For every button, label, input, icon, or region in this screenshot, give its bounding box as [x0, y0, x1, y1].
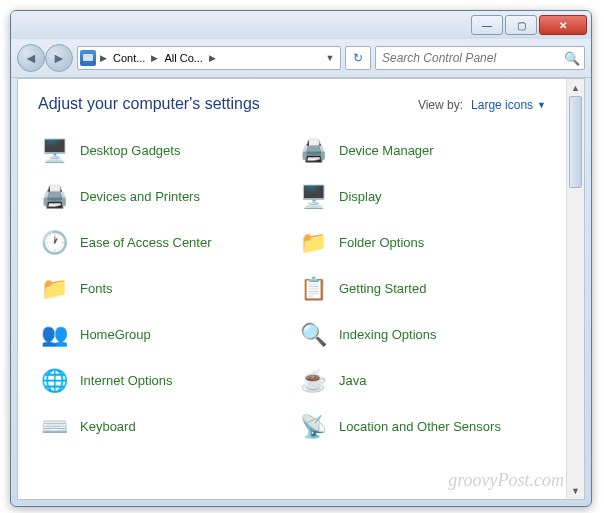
item-icon: 📁	[297, 227, 329, 259]
breadcrumb: ▶ Cont... ▶ All Co... ▶	[98, 52, 320, 64]
chevron-right-icon: ▶	[207, 53, 218, 63]
address-dropdown[interactable]: ▼	[322, 53, 338, 63]
breadcrumb-item[interactable]: Cont...	[109, 52, 149, 64]
control-panel-item[interactable]: 🖨️Device Manager	[297, 131, 546, 171]
item-icon: 📋	[297, 273, 329, 305]
item-label: Fonts	[80, 281, 113, 297]
control-panel-item[interactable]: 🖥️Display	[297, 177, 546, 217]
chevron-right-icon: ▶	[149, 53, 160, 63]
item-icon: 🌐	[38, 365, 70, 397]
control-panel-item[interactable]: 🕐Ease of Access Center	[38, 223, 287, 263]
navbar: ◄ ► ▶ Cont... ▶ All Co... ▶ ▼ ↻ 🔍	[11, 39, 591, 78]
forward-button[interactable]: ►	[45, 44, 73, 72]
control-panel-item[interactable]: 📁Fonts	[38, 269, 287, 309]
scrollbar[interactable]: ▲ ▼	[566, 79, 584, 499]
item-icon: 🖨️	[38, 181, 70, 213]
item-label: Getting Started	[339, 281, 426, 297]
item-icon: ☕	[297, 365, 329, 397]
item-icon: ⌨️	[38, 411, 70, 443]
back-button[interactable]: ◄	[17, 44, 45, 72]
item-label: Java	[339, 373, 366, 389]
control-panel-item[interactable]: 🌐Internet Options	[38, 361, 287, 401]
item-icon: 🖨️	[297, 135, 329, 167]
chevron-right-icon: ▶	[98, 53, 109, 63]
item-label: Display	[339, 189, 382, 205]
scroll-up-button[interactable]: ▲	[567, 79, 584, 96]
item-label: Internet Options	[80, 373, 173, 389]
maximize-button[interactable]: ▢	[505, 15, 537, 35]
breadcrumb-item[interactable]: All Co...	[160, 52, 207, 64]
control-panel-icon	[80, 50, 96, 66]
view-by: View by: Large icons ▼	[418, 98, 546, 112]
scroll-down-button[interactable]: ▼	[567, 482, 584, 499]
scroll-thumb[interactable]	[569, 96, 582, 188]
item-label: Ease of Access Center	[80, 235, 212, 251]
titlebar: — ▢ ✕	[11, 11, 591, 39]
chevron-down-icon: ▼	[537, 100, 546, 110]
item-label: Device Manager	[339, 143, 434, 159]
item-label: Indexing Options	[339, 327, 437, 343]
minimize-button[interactable]: —	[471, 15, 503, 35]
item-icon: 🔍	[297, 319, 329, 351]
item-label: Devices and Printers	[80, 189, 200, 205]
control-panel-item[interactable]: 📋Getting Started	[297, 269, 546, 309]
control-panel-item[interactable]: ⌨️Keyboard	[38, 407, 287, 447]
content-area: Adjust your computer's settings View by:…	[17, 78, 585, 500]
item-label: HomeGroup	[80, 327, 151, 343]
control-panel-item[interactable]: 🔍Indexing Options	[297, 315, 546, 355]
control-panel-item[interactable]: 👥HomeGroup	[38, 315, 287, 355]
page-title: Adjust your computer's settings	[38, 95, 418, 113]
item-icon: 🕐	[38, 227, 70, 259]
search-box[interactable]: 🔍	[375, 46, 585, 70]
control-panel-item[interactable]: ☕Java	[297, 361, 546, 401]
item-icon: 🖥️	[38, 135, 70, 167]
view-by-dropdown[interactable]: Large icons ▼	[471, 98, 546, 112]
refresh-button[interactable]: ↻	[345, 46, 371, 70]
address-bar[interactable]: ▶ Cont... ▶ All Co... ▶ ▼	[77, 46, 341, 70]
item-label: Location and Other Sensors	[339, 419, 501, 435]
window-frame: — ▢ ✕ ◄ ► ▶ Cont... ▶ All Co... ▶ ▼ ↻ 🔍	[10, 10, 592, 507]
item-icon: 👥	[38, 319, 70, 351]
item-icon: 📁	[38, 273, 70, 305]
item-icon: 🖥️	[297, 181, 329, 213]
view-by-label: View by:	[418, 98, 463, 112]
item-icon: 📡	[297, 411, 329, 443]
search-input[interactable]	[380, 50, 564, 66]
search-icon: 🔍	[564, 51, 580, 66]
close-button[interactable]: ✕	[539, 15, 587, 35]
item-label: Folder Options	[339, 235, 424, 251]
items-grid: 🖥️Desktop Gadgets🖨️Device Manager🖨️Devic…	[38, 131, 546, 447]
control-panel-item[interactable]: 🖨️Devices and Printers	[38, 177, 287, 217]
item-label: Keyboard	[80, 419, 136, 435]
control-panel-item[interactable]: 📁Folder Options	[297, 223, 546, 263]
control-panel-item[interactable]: 🖥️Desktop Gadgets	[38, 131, 287, 171]
item-label: Desktop Gadgets	[80, 143, 180, 159]
control-panel-item[interactable]: 📡Location and Other Sensors	[297, 407, 546, 447]
